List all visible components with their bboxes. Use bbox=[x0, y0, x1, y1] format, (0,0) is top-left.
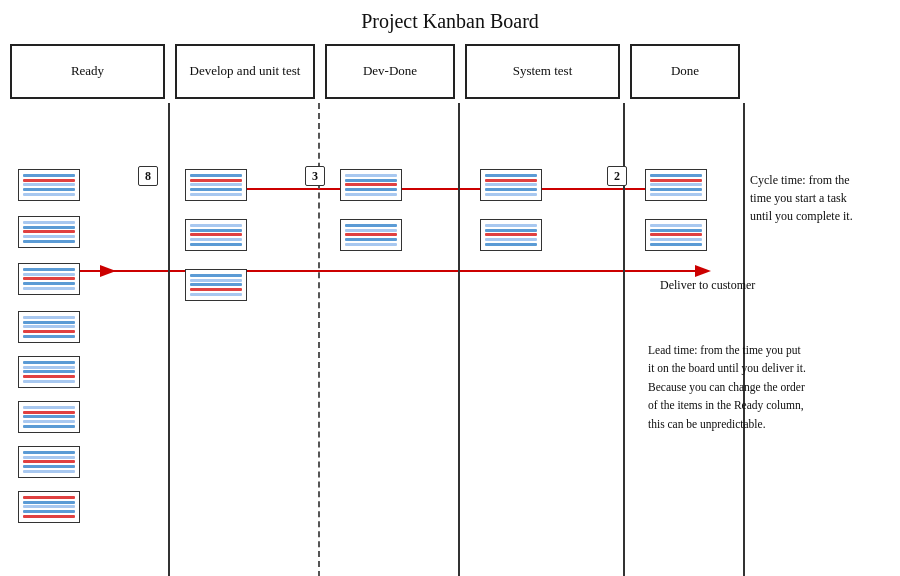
card-ready-6 bbox=[18, 401, 80, 433]
deliver-label: Deliver to customer bbox=[660, 276, 755, 294]
col-header-ready: Ready bbox=[10, 44, 165, 99]
card-develop-3 bbox=[185, 269, 247, 301]
col-header-done: Done bbox=[630, 44, 740, 99]
divider-5 bbox=[743, 103, 745, 576]
page-title: Project Kanban Board bbox=[0, 0, 900, 41]
wip-ready: 8 bbox=[138, 166, 158, 186]
col-header-develop: Develop and unit test bbox=[175, 44, 315, 99]
card-ready-3 bbox=[18, 263, 80, 295]
card-done-2 bbox=[645, 219, 707, 251]
kanban-board: Ready Develop and unit test Dev-Done Sys… bbox=[0, 41, 900, 576]
card-devdone-1 bbox=[340, 169, 402, 201]
card-develop-2 bbox=[185, 219, 247, 251]
card-done-1 bbox=[645, 169, 707, 201]
divider-1 bbox=[168, 103, 170, 576]
wip-system-test: 2 bbox=[607, 166, 627, 186]
cycle-time-annotation: Cycle time: from the time you start a ta… bbox=[750, 171, 895, 225]
card-ready-7 bbox=[18, 446, 80, 478]
card-ready-5 bbox=[18, 356, 80, 388]
col-header-system-test: System test bbox=[465, 44, 620, 99]
divider-3 bbox=[458, 103, 460, 576]
card-ready-8 bbox=[18, 491, 80, 523]
card-systemtest-1 bbox=[480, 169, 542, 201]
card-ready-4 bbox=[18, 311, 80, 343]
card-systemtest-2 bbox=[480, 219, 542, 251]
card-develop-1 bbox=[185, 169, 247, 201]
card-ready-2 bbox=[18, 216, 80, 248]
col-header-dev-done: Dev-Done bbox=[325, 44, 455, 99]
card-devdone-2 bbox=[340, 219, 402, 251]
arrows-overlay bbox=[0, 41, 900, 576]
lead-time-annotation: Lead time: from the time you put it on t… bbox=[648, 341, 893, 433]
wip-develop: 3 bbox=[305, 166, 325, 186]
card-ready-1 bbox=[18, 169, 80, 201]
